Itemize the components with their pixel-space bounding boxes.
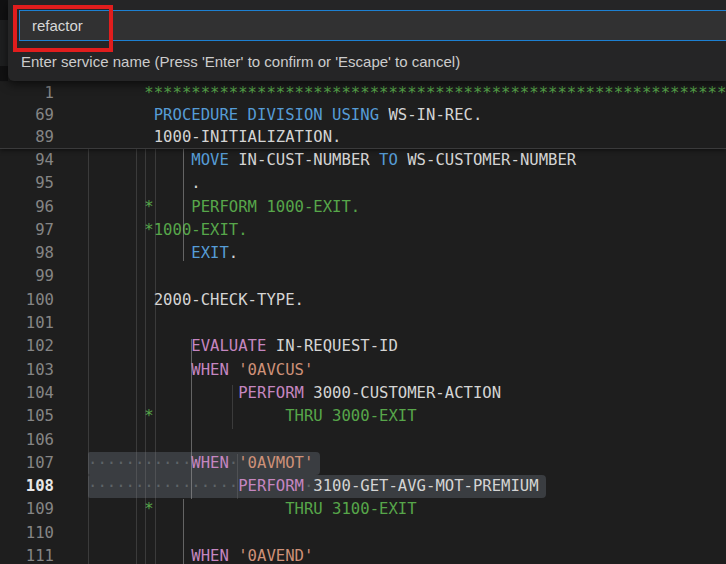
line-number[interactable]: 96 bbox=[0, 196, 54, 219]
code-line[interactable]: 99 bbox=[0, 265, 726, 288]
token-identifier: 3100-GET-AVG-MOT-PREMIUM bbox=[313, 477, 538, 495]
code-line[interactable]: 100 2000-CHECK-TYPE. bbox=[0, 289, 726, 312]
code-line[interactable]: 104 PERFORM 3000-CUSTOMER-ACTION bbox=[0, 382, 726, 405]
token-control: PERFORM bbox=[238, 477, 304, 495]
line-number[interactable]: 98 bbox=[0, 242, 54, 265]
code-line[interactable]: 111 WHEN '0AVEND' bbox=[0, 545, 726, 564]
vscode-window: Enter service name (Press 'Enter' to con… bbox=[0, 0, 726, 564]
code-line[interactable]: 109 * THRU 3100-EXIT bbox=[0, 498, 726, 521]
line-number[interactable]: 109 bbox=[0, 498, 54, 521]
code-text: 1000-INITIALIZATION. bbox=[54, 126, 341, 148]
code-text: ···········WHEN·'0AVMOT' bbox=[54, 452, 313, 475]
code-text: . bbox=[54, 172, 201, 195]
code-editor[interactable]: 94 MOVE IN-CUST-NUMBER TO WS-CUSTOMER-NU… bbox=[0, 81, 726, 564]
code-text: * THRU 3000-EXIT bbox=[54, 405, 417, 428]
code-line[interactable]: 103 WHEN '0AVCUS' bbox=[0, 359, 726, 382]
token-identifier: 2000-CHECK-TYPE. bbox=[88, 291, 304, 309]
line-number[interactable]: 106 bbox=[0, 429, 54, 452]
token-identifier: WS-CUSTOMER-NUMBER bbox=[398, 151, 576, 169]
service-name-input[interactable] bbox=[19, 10, 726, 41]
code-text: EXIT. bbox=[54, 242, 238, 265]
code-text: * PERFORM 1000-EXIT. bbox=[54, 196, 360, 219]
line-number[interactable]: 99 bbox=[0, 265, 54, 288]
code-text: PERFORM 3000-CUSTOMER-ACTION bbox=[54, 382, 501, 405]
line-number[interactable]: 69 bbox=[0, 104, 54, 126]
token-identifier: . bbox=[229, 244, 238, 262]
editor-left-margin bbox=[0, 0, 8, 81]
token-keyword: EXIT bbox=[88, 244, 229, 262]
line-number[interactable]: 103 bbox=[0, 359, 54, 382]
token-comment: ****************************************… bbox=[88, 84, 726, 102]
code-line[interactable]: 1 **************************************… bbox=[0, 82, 726, 104]
line-number[interactable]: 108 bbox=[0, 475, 54, 498]
code-text: *1000-EXIT. bbox=[54, 219, 248, 242]
whitespace: ················ bbox=[88, 477, 238, 495]
token-comment: *1000-EXIT. bbox=[88, 221, 248, 239]
code-text: EVALUATE IN-REQUEST-ID bbox=[54, 335, 398, 358]
code-line[interactable]: 105 * THRU 3000-EXIT bbox=[0, 405, 726, 428]
code-line[interactable]: 95 . bbox=[0, 172, 726, 195]
code-text: WHEN '0AVCUS' bbox=[54, 359, 313, 382]
token-control: PERFORM bbox=[88, 384, 304, 402]
code-text: * THRU 3100-EXIT bbox=[54, 498, 417, 521]
editor-content[interactable]: 94 MOVE IN-CUST-NUMBER TO WS-CUSTOMER-NU… bbox=[0, 149, 726, 564]
token-identifier: 3000-CUSTOMER-ACTION bbox=[304, 384, 501, 402]
token-control: WHEN bbox=[191, 454, 229, 472]
code-line[interactable]: 98 EXIT. bbox=[0, 242, 726, 265]
whitespace: · bbox=[304, 477, 313, 495]
code-line[interactable]: 97 *1000-EXIT. bbox=[0, 219, 726, 242]
line-number[interactable]: 89 bbox=[0, 126, 54, 148]
token-identifier: IN-REQUEST-ID bbox=[266, 337, 397, 355]
line-number[interactable]: 110 bbox=[0, 522, 54, 545]
token-keyword: MOVE bbox=[88, 151, 229, 169]
line-number[interactable]: 102 bbox=[0, 335, 54, 358]
line-number[interactable]: 105 bbox=[0, 405, 54, 428]
token-comment: * THRU 3000-EXIT bbox=[88, 407, 417, 425]
token-string: '0AVMOT' bbox=[238, 454, 313, 472]
code-line[interactable]: 102 EVALUATE IN-REQUEST-ID bbox=[0, 335, 726, 358]
line-number[interactable]: 104 bbox=[0, 382, 54, 405]
whitespace: · bbox=[229, 454, 238, 472]
editor-left-margin-block bbox=[0, 20, 8, 66]
token-string: '0AVCUS' bbox=[229, 361, 314, 379]
code-line[interactable]: 69 PROCEDURE DIVISION USING WS-IN-REC. bbox=[0, 104, 726, 126]
token-keyword: PROCEDURE DIVISION USING bbox=[88, 106, 379, 124]
code-line[interactable]: 96 * PERFORM 1000-EXIT. bbox=[0, 196, 726, 219]
code-line[interactable]: 94 MOVE IN-CUST-NUMBER TO WS-CUSTOMER-NU… bbox=[0, 149, 726, 172]
line-number[interactable]: 107 bbox=[0, 452, 54, 475]
whitespace: ··········· bbox=[88, 454, 191, 472]
code-line[interactable]: 89 1000-INITIALIZATION. bbox=[0, 126, 726, 148]
line-number[interactable]: 1 bbox=[0, 82, 54, 104]
line-number[interactable]: 100 bbox=[0, 289, 54, 312]
sticky-scroll[interactable]: 1 **************************************… bbox=[0, 82, 726, 149]
code-text: WHEN '0AVEND' bbox=[54, 545, 313, 564]
code-text: ****************************************… bbox=[54, 82, 726, 104]
line-number[interactable]: 111 bbox=[0, 545, 54, 564]
quick-input-panel: Enter service name (Press 'Enter' to con… bbox=[8, 0, 726, 81]
code-text: PROCEDURE DIVISION USING WS-IN-REC. bbox=[54, 104, 482, 126]
token-control: EVALUATE bbox=[88, 337, 266, 355]
token-comment: * PERFORM 1000-EXIT. bbox=[88, 198, 360, 216]
code-text: ················PERFORM·3100-GET-AVG-MOT… bbox=[54, 475, 539, 498]
code-line[interactable]: 110 bbox=[0, 522, 726, 545]
red-annotation-rectangle bbox=[13, 5, 113, 52]
code-line[interactable]: 106 bbox=[0, 429, 726, 452]
line-number[interactable]: 101 bbox=[0, 312, 54, 335]
line-number[interactable]: 97 bbox=[0, 219, 54, 242]
line-number[interactable]: 94 bbox=[0, 149, 54, 172]
code-text: MOVE IN-CUST-NUMBER TO WS-CUSTOMER-NUMBE… bbox=[54, 149, 576, 172]
token-identifier: . bbox=[88, 174, 201, 192]
token-identifier: IN-CUST-NUMBER bbox=[229, 151, 370, 169]
token-comment: * THRU 3100-EXIT bbox=[88, 500, 417, 518]
code-lines: 94 MOVE IN-CUST-NUMBER TO WS-CUSTOMER-NU… bbox=[0, 149, 726, 564]
token-keyword: TO bbox=[370, 151, 398, 169]
line-number[interactable]: 95 bbox=[0, 172, 54, 195]
code-line[interactable]: 107···········WHEN·'0AVMOT' bbox=[0, 452, 726, 475]
token-string: '0AVEND' bbox=[229, 547, 314, 564]
token-identifier: WS-IN-REC. bbox=[379, 106, 482, 124]
code-line[interactable]: 101 bbox=[0, 312, 726, 335]
token-identifier: 1000-INITIALIZATION. bbox=[88, 128, 341, 146]
token-control: WHEN bbox=[88, 547, 229, 564]
code-line[interactable]: 108················PERFORM·3100-GET-AVG-… bbox=[0, 475, 726, 498]
code-text: 2000-CHECK-TYPE. bbox=[54, 289, 304, 312]
